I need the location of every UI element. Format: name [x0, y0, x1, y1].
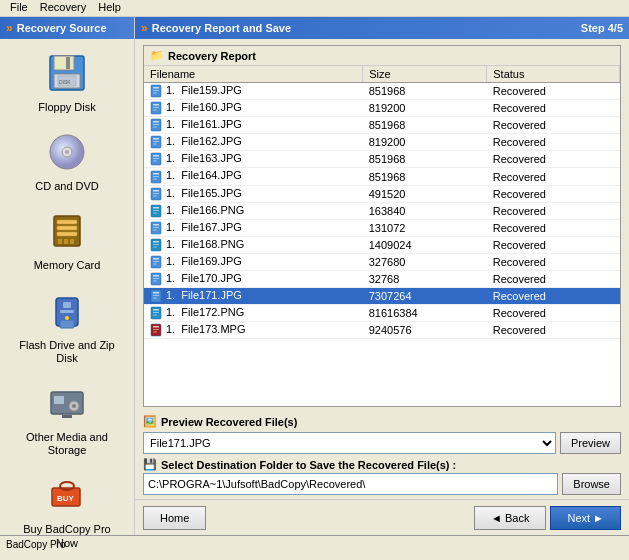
table-row[interactable]: 1. File172.PNG 81616384 Recovered — [144, 305, 620, 322]
cell-status: Recovered — [487, 305, 620, 322]
svg-rect-30 — [153, 87, 159, 89]
cell-filename: 1. File173.MPG — [144, 322, 363, 339]
svg-rect-15 — [70, 239, 74, 244]
cell-filename: 1. File162.JPG — [144, 134, 363, 151]
preview-file-select[interactable]: File171.JPG — [143, 432, 556, 454]
svg-rect-2 — [66, 57, 70, 69]
buy-icon: BUY — [43, 471, 91, 519]
preview-input-row: File171.JPG Preview — [143, 432, 621, 454]
cell-status: Recovered — [487, 100, 620, 117]
panel-chevron-icon: » — [141, 21, 148, 35]
table-row[interactable]: 1. File171.JPG 7307264 Recovered — [144, 288, 620, 305]
svg-rect-43 — [153, 141, 159, 142]
svg-rect-58 — [153, 207, 159, 209]
cell-filename: 1. File170.JPG — [144, 271, 363, 288]
svg-rect-47 — [153, 158, 159, 159]
table-row[interactable]: 1. File160.JPG 819200 Recovered — [144, 100, 620, 117]
sidebar-item-memory-card[interactable]: Memory Card — [7, 201, 127, 278]
next-button[interactable]: Next ► — [550, 506, 621, 530]
cell-filename: 1. File169.JPG — [144, 253, 363, 270]
table-row[interactable]: 1. File162.JPG 819200 Recovered — [144, 134, 620, 151]
svg-rect-75 — [153, 278, 159, 279]
cd-dvd-icon — [43, 128, 91, 176]
home-button[interactable]: Home — [143, 506, 206, 530]
svg-rect-42 — [153, 138, 159, 140]
table-row[interactable]: 1. File173.MPG 9240576 Recovered — [144, 322, 620, 339]
svg-rect-87 — [153, 329, 159, 330]
svg-rect-74 — [153, 275, 159, 277]
cell-filename: 1. File167.JPG — [144, 219, 363, 236]
cell-size: 131072 — [363, 219, 487, 236]
step-label: Step 4/5 — [581, 22, 623, 34]
svg-rect-36 — [153, 110, 157, 111]
preview-button[interactable]: Preview — [560, 432, 621, 454]
sidebar-header: » Recovery Source — [0, 17, 134, 39]
sidebar-item-cd-dvd[interactable]: CD and DVD — [7, 122, 127, 199]
preview-row: 🖼️ Preview Recovered File(s) — [143, 415, 621, 428]
table-row[interactable]: 1. File169.JPG 327680 Recovered — [144, 253, 620, 270]
sidebar-item-flash-drive[interactable]: Flash Drive and Zip Disk — [7, 281, 127, 371]
menu-help[interactable]: Help — [92, 0, 127, 15]
cell-status: Recovered — [487, 236, 620, 253]
footer-right: ◄ Back Next ► — [474, 506, 621, 530]
sidebar-item-other-media[interactable]: Other Media and Storage — [7, 373, 127, 463]
svg-rect-63 — [153, 227, 159, 228]
report-section: 📁 Recovery Report Filename Size Status — [143, 45, 621, 407]
svg-rect-86 — [153, 326, 159, 328]
cell-size: 851968 — [363, 83, 487, 100]
svg-rect-62 — [153, 224, 159, 226]
preview-icon: 🖼️ — [143, 415, 157, 428]
dest-path-input[interactable] — [143, 473, 558, 495]
cell-filename: 1. File171.JPG — [144, 288, 363, 305]
table-row[interactable]: 1. File165.JPG 491520 Recovered — [144, 185, 620, 202]
table-row[interactable]: 1. File167.JPG 131072 Recovered — [144, 219, 620, 236]
table-row[interactable]: 1. File170.JPG 32768 Recovered — [144, 271, 620, 288]
table-row[interactable]: 1. File161.JPG 851968 Recovered — [144, 117, 620, 134]
table-row[interactable]: 1. File164.JPG 851968 Recovered — [144, 168, 620, 185]
svg-rect-79 — [153, 295, 159, 296]
cell-size: 819200 — [363, 100, 487, 117]
back-button[interactable]: ◄ Back — [474, 506, 546, 530]
report-title: 📁 Recovery Report — [144, 46, 620, 66]
cell-status: Recovered — [487, 253, 620, 270]
cell-status: Recovered — [487, 219, 620, 236]
svg-rect-19 — [60, 310, 74, 313]
svg-rect-12 — [57, 232, 77, 236]
cell-size: 9240576 — [363, 322, 487, 339]
svg-rect-13 — [58, 239, 62, 244]
preview-label: Preview Recovered File(s) — [161, 416, 297, 428]
table-row[interactable]: 1. File163.JPG 851968 Recovered — [144, 151, 620, 168]
table-row[interactable]: 1. File166.PNG 163840 Recovered — [144, 202, 620, 219]
sidebar-chevron-icon: » — [6, 21, 13, 35]
table-row[interactable]: 1. File168.PNG 1409024 Recovered — [144, 236, 620, 253]
dest-label-text: Select Destination Folder to Save the Re… — [161, 459, 456, 471]
svg-rect-51 — [153, 176, 159, 177]
table-row[interactable]: 1. File159.JPG 851968 Recovered — [144, 83, 620, 100]
sidebar-header-label: Recovery Source — [17, 22, 107, 34]
svg-rect-22 — [54, 396, 64, 404]
menu-recovery[interactable]: Recovery — [34, 0, 92, 15]
svg-rect-11 — [57, 226, 77, 230]
cell-status: Recovered — [487, 117, 620, 134]
svg-rect-48 — [153, 161, 157, 162]
cell-filename: 1. File164.JPG — [144, 168, 363, 185]
svg-rect-44 — [153, 144, 157, 145]
memory-card-icon — [43, 207, 91, 255]
browse-button[interactable]: Browse — [562, 473, 621, 495]
footer-bar: Home ◄ Back Next ► — [135, 499, 629, 535]
sidebar-item-floppy[interactable]: DISK Floppy Disk — [7, 43, 127, 120]
svg-rect-40 — [153, 127, 157, 128]
cell-filename: 1. File159.JPG — [144, 83, 363, 100]
svg-point-24 — [72, 404, 76, 408]
cell-filename: 1. File161.JPG — [144, 117, 363, 134]
menu-file[interactable]: File — [4, 0, 34, 15]
svg-rect-39 — [153, 124, 159, 125]
svg-rect-84 — [153, 315, 157, 316]
svg-rect-82 — [153, 309, 159, 311]
col-status: Status — [487, 66, 620, 83]
svg-rect-56 — [153, 195, 157, 196]
cell-filename: 1. File172.PNG — [144, 305, 363, 322]
file-table[interactable]: Filename Size Status 1. File159.JPG 8519… — [144, 66, 620, 406]
sidebar: » Recovery Source DISK Floppy Disk — [0, 17, 135, 535]
cell-status: Recovered — [487, 134, 620, 151]
